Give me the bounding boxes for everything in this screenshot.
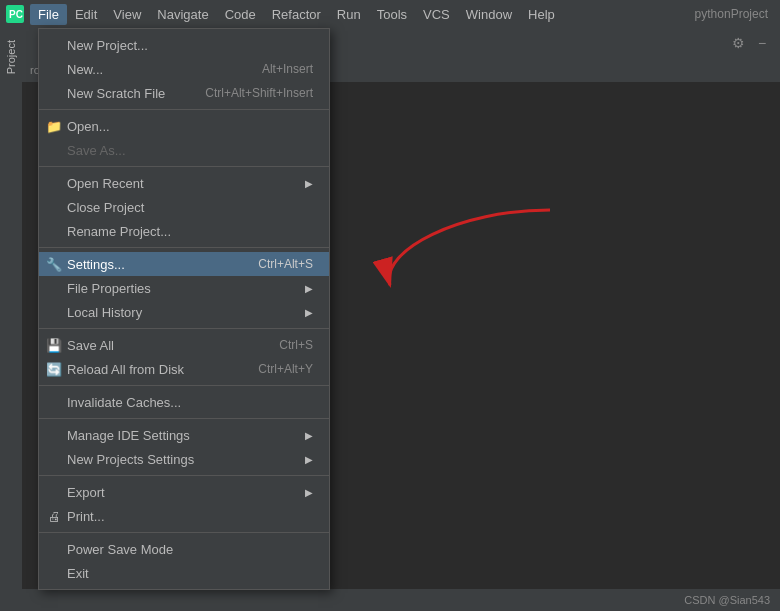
menu-entry-new-project-settings[interactable]: New Projects Settings ▶	[39, 447, 329, 471]
save-icon: 💾	[45, 338, 63, 353]
menu-entry-export[interactable]: Export ▶	[39, 480, 329, 504]
separator-5	[39, 385, 329, 386]
settings-shortcut: Ctrl+Alt+S	[258, 257, 313, 271]
separator-7	[39, 475, 329, 476]
separator-3	[39, 247, 329, 248]
menu-entry-invalidate[interactable]: Invalidate Caches...	[39, 390, 329, 414]
menu-entry-open-recent[interactable]: Open Recent ▶	[39, 171, 329, 195]
wrench-icon: 🔧	[45, 257, 63, 272]
power-save-label: Power Save Mode	[67, 542, 313, 557]
save-all-label: Save All	[67, 338, 239, 353]
exit-label: Exit	[67, 566, 313, 581]
manage-ide-arrow: ▶	[305, 430, 313, 441]
menu-entry-new-scratch[interactable]: New Scratch File Ctrl+Alt+Shift+Insert	[39, 81, 329, 105]
menu-entry-rename-project[interactable]: Rename Project...	[39, 219, 329, 243]
menu-entry-close-project[interactable]: Close Project	[39, 195, 329, 219]
print-label: Print...	[67, 509, 313, 524]
menu-entry-new[interactable]: New... Alt+Insert	[39, 57, 329, 81]
menu-entry-manage-ide[interactable]: Manage IDE Settings ▶	[39, 423, 329, 447]
separator-4	[39, 328, 329, 329]
export-arrow: ▶	[305, 487, 313, 498]
sidebar: Project	[0, 28, 22, 611]
menu-run[interactable]: Run	[329, 4, 369, 25]
settings-icon[interactable]: ⚙	[728, 33, 748, 53]
save-as-label: Save As...	[67, 143, 313, 158]
menu-file[interactable]: File	[30, 4, 67, 25]
menu-help[interactable]: Help	[520, 4, 563, 25]
folder-icon: 📁	[45, 119, 63, 134]
new-shortcut: Alt+Insert	[262, 62, 313, 76]
menu-entry-print[interactable]: 🖨 Print...	[39, 504, 329, 528]
new-scratch-shortcut: Ctrl+Alt+Shift+Insert	[205, 86, 313, 100]
credit-text: CSDN @Sian543	[684, 594, 770, 606]
menu-entry-local-history[interactable]: Local History ▶	[39, 300, 329, 324]
menu-entry-new-project[interactable]: New Project...	[39, 33, 329, 57]
menu-code[interactable]: Code	[217, 4, 264, 25]
manage-ide-label: Manage IDE Settings	[67, 428, 297, 443]
open-label: Open...	[67, 119, 313, 134]
invalidate-label: Invalidate Caches...	[67, 395, 313, 410]
app-title: pythonProject	[695, 7, 776, 21]
menu-navigate[interactable]: Navigate	[149, 4, 216, 25]
menu-entry-power-save[interactable]: Power Save Mode	[39, 537, 329, 561]
new-project-settings-arrow: ▶	[305, 454, 313, 465]
svg-text:PC: PC	[9, 9, 23, 20]
new-project-settings-label: New Projects Settings	[67, 452, 297, 467]
new-label: New...	[67, 62, 222, 77]
separator-8	[39, 532, 329, 533]
separator-1	[39, 109, 329, 110]
local-history-arrow: ▶	[305, 307, 313, 318]
new-scratch-label: New Scratch File	[67, 86, 165, 101]
menu-entry-save-as: Save As...	[39, 138, 329, 162]
bottom-bar: CSDN @Sian543	[0, 589, 780, 611]
open-recent-arrow: ▶	[305, 178, 313, 189]
app-icon: PC	[4, 3, 26, 25]
menu-vcs[interactable]: VCS	[415, 4, 458, 25]
menu-view[interactable]: View	[105, 4, 149, 25]
separator-6	[39, 418, 329, 419]
reload-label: Reload All from Disk	[67, 362, 218, 377]
settings-label: Settings...	[67, 257, 218, 272]
menu-tools[interactable]: Tools	[369, 4, 415, 25]
save-all-shortcut: Ctrl+S	[279, 338, 313, 352]
file-dropdown: New Project... New... Alt+Insert New Scr…	[38, 28, 330, 590]
menu-entry-save-all[interactable]: 💾 Save All Ctrl+S	[39, 333, 329, 357]
reload-shortcut: Ctrl+Alt+Y	[258, 362, 313, 376]
open-recent-label: Open Recent	[67, 176, 297, 191]
menubar: PC File Edit View Navigate Code Refactor…	[0, 0, 780, 28]
menu-entry-file-properties[interactable]: File Properties ▶	[39, 276, 329, 300]
file-properties-label: File Properties	[67, 281, 297, 296]
menu-entry-reload[interactable]: 🔄 Reload All from Disk Ctrl+Alt+Y	[39, 357, 329, 381]
menu-entry-settings[interactable]: 🔧 Settings... Ctrl+Alt+S	[39, 252, 329, 276]
reload-icon: 🔄	[45, 362, 63, 377]
local-history-label: Local History	[67, 305, 297, 320]
menu-refactor[interactable]: Refactor	[264, 4, 329, 25]
print-icon: 🖨	[45, 509, 63, 524]
rename-project-label: Rename Project...	[67, 224, 313, 239]
separator-2	[39, 166, 329, 167]
close-project-label: Close Project	[67, 200, 313, 215]
export-label: Export	[67, 485, 297, 500]
file-properties-arrow: ▶	[305, 283, 313, 294]
sidebar-tab-project[interactable]: Project	[3, 32, 19, 82]
menu-window[interactable]: Window	[458, 4, 520, 25]
menu-entry-exit[interactable]: Exit	[39, 561, 329, 585]
menu-edit[interactable]: Edit	[67, 4, 105, 25]
minimize-icon[interactable]: −	[752, 33, 772, 53]
new-project-label: New Project...	[67, 38, 313, 53]
menu-entry-open[interactable]: 📁 Open...	[39, 114, 329, 138]
